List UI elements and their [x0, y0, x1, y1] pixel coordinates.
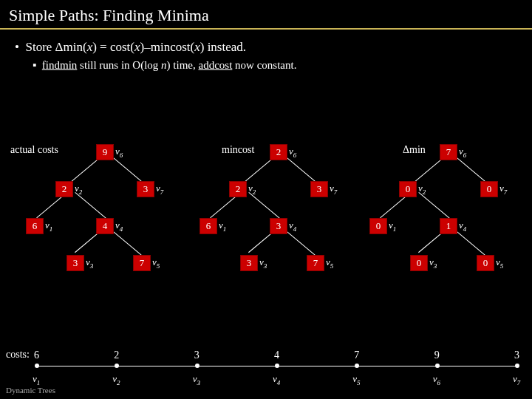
node-dmin-v2: 0v2 [399, 181, 426, 197]
node-dmin-v3: 0v3 [410, 255, 437, 271]
bullet-list: • Store min(x) = cost(x)–mincost(x) inst… [0, 30, 532, 72]
node-dmin-v6: 7v6 [440, 144, 466, 160]
node-actual-v5: 7v5 [133, 255, 160, 271]
node-mincost-v6: 2v6 [270, 144, 296, 160]
node-actual-v7: 3v7 [137, 181, 163, 197]
chain-label: v3 [193, 373, 200, 386]
node-mincost-v3: 3v3 [240, 255, 267, 271]
node-mincost-v4: 3v4 [270, 218, 296, 234]
chain-value: 3 [194, 349, 200, 361]
node-dmin-v4: 1v4 [440, 218, 466, 234]
chain-value: 4 [274, 349, 279, 361]
chain-label: v6 [433, 373, 440, 386]
chain-label: v7 [513, 373, 520, 386]
header-dmin: Δmin [403, 144, 426, 156]
chain-label: v4 [273, 373, 280, 386]
node-dmin-v1: 0v1 [369, 218, 396, 234]
chain-value: 2 [114, 349, 119, 361]
node-actual-v4: 4v4 [96, 218, 123, 234]
costs-label: costs: [6, 349, 30, 361]
bullet-1: • Store min(x) = cost(x)–mincost(x) inst… [15, 40, 517, 55]
node-actual-v2: 2v2 [55, 181, 82, 197]
chain-value: 3 [514, 349, 519, 361]
chain-value: 6 [34, 349, 39, 361]
node-mincost-v2: 2v2 [229, 181, 256, 197]
chain-value: 9 [434, 349, 440, 361]
chain-label: v1 [33, 373, 40, 386]
footer: Dynamic Trees [6, 386, 55, 395]
slide-title: Simple Paths: Finding Minima [0, 0, 532, 30]
node-mincost-v7: 3v7 [310, 181, 337, 197]
chain-label: v5 [352, 373, 360, 386]
node-mincost-v5: 7v5 [307, 255, 333, 271]
node-dmin-v7: 0v7 [480, 181, 507, 197]
node-mincost-v1: 6v1 [200, 218, 226, 234]
header-actual: actual costs [10, 144, 58, 156]
bullet-2: ▪ findmin still runs in O(log n) time, a… [33, 59, 517, 72]
header-mincost: mincost [222, 144, 254, 156]
node-dmin-v5: 0v5 [477, 255, 503, 271]
chain-label: v2 [112, 373, 120, 386]
node-actual-v1: 6v1 [26, 218, 52, 234]
node-actual-v6: 9v6 [96, 144, 123, 160]
node-actual-v3: 3v3 [66, 255, 93, 271]
chain-value: 7 [354, 349, 359, 361]
